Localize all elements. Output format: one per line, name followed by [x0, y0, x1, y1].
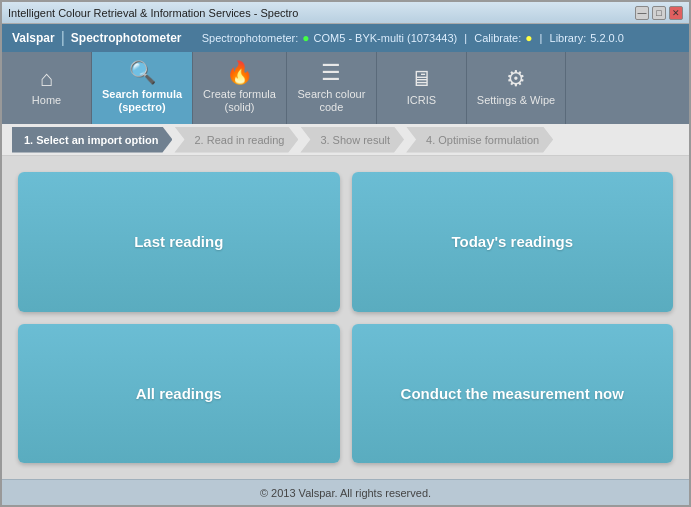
tab-search-colour-label: Search colourcode [297, 88, 365, 114]
step-4-label: 4. Optimise formulation [426, 134, 539, 146]
close-button[interactable]: ✕ [669, 6, 683, 20]
step-3: 3. Show result [300, 127, 404, 153]
spectro-value: COM5 - BYK-multi (1073443) [314, 32, 458, 44]
tab-search-colour[interactable]: ☰ Search colourcode [287, 52, 377, 124]
spectro-status-dot: ● [302, 31, 309, 45]
calibrate-status-dot: ● [525, 31, 532, 45]
tab-create-formula-label: Create formula(solid) [203, 88, 276, 114]
maximize-button[interactable]: □ [652, 6, 666, 20]
header-bar: Valspar | Spectrophotometer Spectrophoto… [2, 24, 689, 52]
step-1-label: 1. Select an import option [24, 134, 158, 146]
step-1: 1. Select an import option [12, 127, 172, 153]
settings-icon: ⚙ [506, 68, 526, 90]
calibrate-label: Calibrate: [474, 32, 521, 44]
footer: © 2013 Valspar. All rights reserved. [2, 479, 689, 505]
brand-sub: Spectrophotometer [71, 31, 182, 45]
window-controls: — □ ✕ [635, 6, 683, 20]
tab-settings-label: Settings & Wipe [477, 94, 555, 107]
tab-icris[interactable]: 🖥 ICRIS [377, 52, 467, 124]
brand-name: Valspar [12, 31, 55, 45]
step-2-label: 2. Read in reading [194, 134, 284, 146]
tab-icris-label: ICRIS [407, 94, 436, 107]
search-formula-icon: 🔍 [129, 62, 156, 84]
minimize-button[interactable]: — [635, 6, 649, 20]
tab-create-formula[interactable]: 🔥 Create formula(solid) [193, 52, 287, 124]
icris-icon: 🖥 [410, 68, 432, 90]
tab-settings[interactable]: ⚙ Settings & Wipe [467, 52, 566, 124]
steps-bar: 1. Select an import option 2. Read in re… [2, 124, 689, 156]
todays-readings-button[interactable]: Today's readings [352, 172, 674, 312]
spectro-info: Spectrophotometer: ● COM5 - BYK-multi (1… [192, 31, 624, 45]
conduct-measurement-button[interactable]: Conduct the measurement now [352, 324, 674, 464]
main-content: Last reading Today's readings All readin… [2, 156, 689, 479]
window-title: Intelligent Colour Retrieval & Informati… [8, 7, 298, 19]
create-formula-icon: 🔥 [226, 62, 253, 84]
step-4: 4. Optimise formulation [406, 127, 553, 153]
spectro-label: Spectrophotometer: [202, 32, 299, 44]
library-label: Library: [550, 32, 587, 44]
tab-search-formula-label: Search formula(spectro) [102, 88, 182, 114]
footer-text: © 2013 Valspar. All rights reserved. [260, 487, 431, 499]
home-icon: ⌂ [40, 68, 53, 90]
application-window: Intelligent Colour Retrieval & Informati… [0, 0, 691, 507]
title-bar: Intelligent Colour Retrieval & Informati… [2, 2, 689, 24]
library-version: 5.2.0.0 [590, 32, 624, 44]
tab-search-formula[interactable]: 🔍 Search formula(spectro) [92, 52, 193, 124]
last-reading-button[interactable]: Last reading [18, 172, 340, 312]
all-readings-button[interactable]: All readings [18, 324, 340, 464]
tab-home-label: Home [32, 94, 61, 107]
tab-home[interactable]: ⌂ Home [2, 52, 92, 124]
step-3-label: 3. Show result [320, 134, 390, 146]
nav-tabs: ⌂ Home 🔍 Search formula(spectro) 🔥 Creat… [2, 52, 689, 124]
step-2: 2. Read in reading [174, 127, 298, 153]
search-colour-icon: ☰ [321, 62, 341, 84]
